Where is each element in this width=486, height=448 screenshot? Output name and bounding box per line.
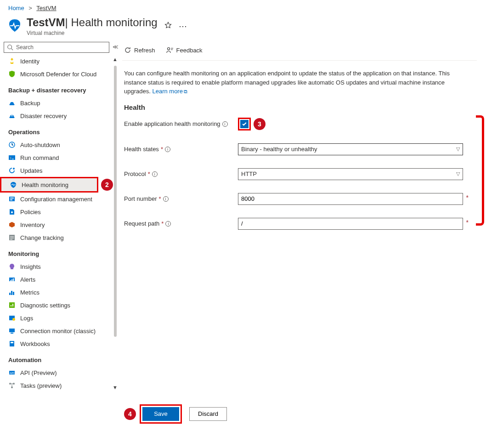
favorite-icon[interactable]	[164, 21, 172, 32]
sidebar-item-tasks[interactable]: Tasks (preview)	[0, 379, 113, 392]
refresh-label: Refresh	[134, 47, 155, 54]
backup-icon	[8, 99, 16, 107]
page-title-main: TestVM	[27, 16, 65, 29]
learn-more-link[interactable]: Learn more⧉	[152, 88, 187, 95]
info-icon[interactable]: i	[222, 121, 228, 127]
config-icon	[8, 195, 16, 203]
svg-rect-22	[10, 341, 14, 346]
svg-rect-6	[10, 198, 14, 198]
sidebar: Search ≪ ▲ ▼ IdentityMicrosoft Defender …	[0, 40, 113, 432]
sidebar-item-changetracking[interactable]: Change tracking	[0, 231, 113, 244]
page-title-section: | Health monitoring	[65, 16, 158, 29]
page-title: TestVM | Health monitoring	[27, 16, 158, 29]
path-label: Request path * i	[124, 220, 238, 227]
sidebar-item-alerts[interactable]: Alerts	[0, 273, 113, 286]
workbooks-icon	[8, 340, 16, 347]
changetracking-icon	[8, 234, 16, 241]
toolbar: Refresh Feedback	[122, 40, 477, 61]
save-highlight: Save	[140, 404, 182, 424]
svg-rect-17	[9, 302, 15, 308]
callout-4: 4	[124, 408, 136, 420]
insights-icon	[8, 263, 16, 270]
page-subtitle: Virtual machine	[27, 30, 158, 36]
svg-rect-13	[13, 278, 14, 281]
info-icon[interactable]: i	[163, 196, 169, 202]
sidebar-item-diagnostic[interactable]: Diagnostic settings	[0, 299, 113, 312]
save-button[interactable]: Save	[142, 407, 179, 421]
diagnostic-icon	[8, 301, 16, 309]
sidebar-item-logs[interactable]: Logs	[0, 312, 113, 324]
sidebar-item-health[interactable]: Health monitoring	[1, 178, 97, 191]
feedback-label: Feedback	[176, 47, 203, 54]
enable-checkbox-highlight	[238, 118, 251, 130]
svg-rect-21	[11, 333, 13, 334]
svg-text:API: API	[10, 372, 14, 374]
breadcrumb: Home > TestVM	[0, 0, 486, 14]
sidebar-item-label: Identity	[20, 58, 40, 65]
sidebar-item-insights[interactable]: Insights	[0, 260, 113, 273]
svg-point-0	[8, 45, 12, 49]
svg-rect-15	[11, 291, 12, 295]
callout-2: 2	[101, 179, 113, 191]
description-text: You can configure health monitoring on a…	[122, 61, 471, 100]
sidebar-items: ▲ ▼ IdentityMicrosoft Defender for Cloud…	[0, 55, 113, 392]
health-states-select[interactable]: Binary - healthy or unhealthy▽	[238, 143, 463, 155]
svg-rect-16	[13, 292, 14, 295]
sidebar-item-label: Microsoft Defender for Cloud	[20, 71, 96, 78]
sidebar-section-title: Backup + disaster recovery	[0, 80, 113, 96]
sidebar-section-title: Operations	[0, 122, 113, 138]
sidebar-item-label: Change tracking	[20, 234, 64, 241]
callout-3: 3	[254, 118, 266, 130]
enable-checkbox[interactable]	[240, 120, 249, 128]
port-input[interactable]	[238, 193, 463, 205]
sidebar-item-inventory[interactable]: Inventory	[0, 218, 113, 231]
sidebar-item-autoshutdown[interactable]: Auto-shutdown	[0, 138, 113, 151]
sidebar-item-label: Tasks (preview)	[20, 382, 62, 389]
refresh-button[interactable]: Refresh	[124, 46, 155, 54]
more-icon[interactable]: ⋯	[179, 21, 187, 32]
sidebar-item-defender[interactable]: Microsoft Defender for Cloud	[0, 68, 113, 80]
discard-button[interactable]: Discard	[189, 407, 227, 421]
sidebar-item-api[interactable]: APIAPI (Preview)	[0, 366, 113, 379]
info-icon[interactable]: i	[165, 221, 171, 227]
sidebar-item-recovery[interactable]: Disaster recovery	[0, 109, 113, 122]
enable-label: Enable application health monitoring i	[124, 120, 238, 127]
metrics-icon	[8, 289, 16, 296]
sidebar-item-label: Insights	[20, 263, 41, 270]
recovery-icon	[8, 112, 16, 119]
svg-point-19	[12, 318, 15, 321]
health-form: Health Enable application health monitor…	[122, 100, 477, 246]
svg-rect-11	[10, 280, 11, 281]
svg-rect-12	[11, 279, 12, 281]
sidebar-item-backup[interactable]: Backup	[0, 96, 113, 109]
sidebar-item-metrics[interactable]: Metrics	[0, 286, 113, 299]
sidebar-section-title: Monitoring	[0, 244, 113, 260]
breadcrumb-current[interactable]: TestVM	[36, 5, 56, 11]
sidebar-item-identity[interactable]: Identity	[0, 55, 113, 68]
svg-point-8	[11, 211, 13, 213]
svg-line-1	[11, 49, 13, 51]
sidebar-item-policies[interactable]: Policies	[0, 205, 113, 218]
svg-rect-14	[9, 293, 11, 295]
sidebar-item-config[interactable]: Configuration management	[0, 193, 113, 205]
sidebar-item-connmonitor[interactable]: Connection monitor (classic)	[0, 324, 113, 337]
updates-icon	[8, 167, 16, 174]
svg-rect-5	[9, 197, 15, 201]
svg-rect-20	[9, 329, 15, 332]
external-link-icon: ⧉	[184, 89, 187, 94]
sidebar-item-updates[interactable]: Updates	[0, 164, 113, 177]
sidebar-search[interactable]: Search	[4, 42, 109, 53]
breadcrumb-home[interactable]: Home	[8, 5, 24, 11]
protocol-select[interactable]: HTTP▽	[238, 168, 463, 180]
sidebar-item-label: Policies	[20, 209, 41, 215]
api-icon: API	[8, 369, 16, 376]
feedback-button[interactable]: Feedback	[166, 46, 203, 54]
info-icon[interactable]: i	[152, 171, 158, 177]
path-input[interactable]	[238, 218, 463, 230]
sidebar-item-runcommand[interactable]: Run command	[0, 151, 113, 164]
vm-health-icon	[7, 18, 22, 33]
protocol-label: Protocol * i	[124, 170, 238, 177]
sidebar-item-workbooks[interactable]: Workbooks	[0, 337, 113, 350]
info-icon[interactable]: i	[165, 147, 170, 152]
page-header: TestVM | Health monitoring Virtual machi…	[0, 14, 486, 40]
